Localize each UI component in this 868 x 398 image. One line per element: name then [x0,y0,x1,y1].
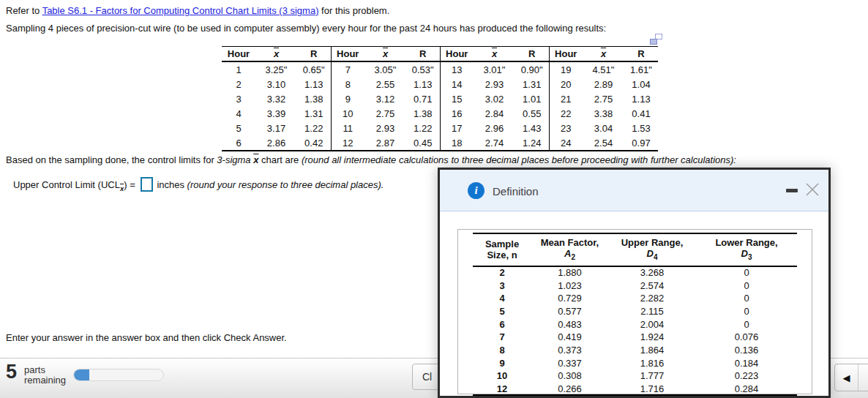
parts-remaining-label: parts remaining [24,365,66,386]
table-row: 50.5772.1150 [473,305,797,318]
col-range: R [624,47,658,62]
table-row: 33.321.3893.120.71153.021.01212.751.13 [222,91,658,106]
col-xbar: x [255,47,297,62]
table-row: 70.4191.9240.076 [473,331,797,344]
close-icon[interactable] [804,181,821,198]
popup-header: i Definition [440,170,828,211]
info-icon: i [468,182,484,199]
table-row: 100.3081.7770.223 [473,369,797,383]
ucl-answer-line: Upper Control Limit (UCLx) = inches (rou… [13,177,384,192]
definition-popup: i Definition SampleSize, nMean Factor,A2… [438,168,831,398]
table-row: 90.3371.8160.184 [473,356,797,369]
table-row: 60.4832.0040 [473,318,797,331]
col-xbar: x [364,47,406,62]
table-row: 40.7292.2820 [473,292,797,305]
col-xbar: x [583,47,624,62]
refer-suffix: for this problem. [318,5,389,16]
parts-remaining-count: 5 [6,361,17,383]
previous-part-arrow-button[interactable]: ◀ [835,364,858,391]
col-range: R [515,47,549,62]
table-row: 31.0232.5740 [473,279,797,292]
refer-prefix: Refer to [6,5,42,16]
col-hour: Hour [331,47,364,62]
answer-instruction: Enter your answer in the answer box and … [6,332,287,343]
table-row: 80.3731.8640.136 [473,344,797,357]
col-hour: Hour [222,47,255,62]
table-row: 43.391.31102.751.38162.840.55223.380.41 [222,106,658,121]
col-hour: Hour [549,47,583,62]
button-divider [858,364,858,391]
table-row: 53.171.22112.931.22172.961.43233.041.53 [222,121,658,135]
table-row: 62.860.42122.870.45182.741.24242.540.97 [222,135,658,151]
table-row: 120.2661.7160.284 [473,383,797,396]
ucl-answer-input[interactable] [141,177,153,192]
table-row: 21.8803.2680 [473,266,797,279]
question-nav-buttons: ◀ [834,364,868,391]
popup-title: Definition [493,185,539,198]
col-range: R [297,47,331,62]
hour-data-table: HourxRHourxRHourxRHourxR13.25"0.65"73.05… [222,46,658,151]
popout-window-icon[interactable] [650,34,662,45]
col-xbar: x [474,47,515,62]
refer-line: Refer to Table S6.1 - Factors for Comput… [6,5,389,16]
factors-header-row: SampleSize, nMean Factor,A2Upper Range,D… [473,233,797,266]
table-row: 23.101.1382.551.13142.931.31202.891.04 [222,77,658,91]
col-range: R [406,47,440,62]
control-chart-factors-table: SampleSize, nMean Factor,A2Upper Range,D… [473,233,797,396]
hour-header-row: HourxRHourxRHourxRHourxR [222,47,658,62]
popup-content-frame: SampleSize, nMean Factor,A2Upper Range,D… [457,229,812,394]
col-hour: Hour [440,47,474,62]
table-row: 13.25"0.65"73.05"0.53"133.01"0.90"194.51… [222,61,658,77]
intro-text: Sampling 4 pieces of precision-cut wire … [6,23,606,34]
table-s61-link[interactable]: Table S6.1 - Factors for Computing Contr… [42,5,319,16]
progress-bar-fill [74,369,89,380]
minimize-button[interactable] [786,189,798,192]
control-limits-text: Based on the sampling done, the control … [6,154,840,165]
progress-bar [73,369,164,381]
